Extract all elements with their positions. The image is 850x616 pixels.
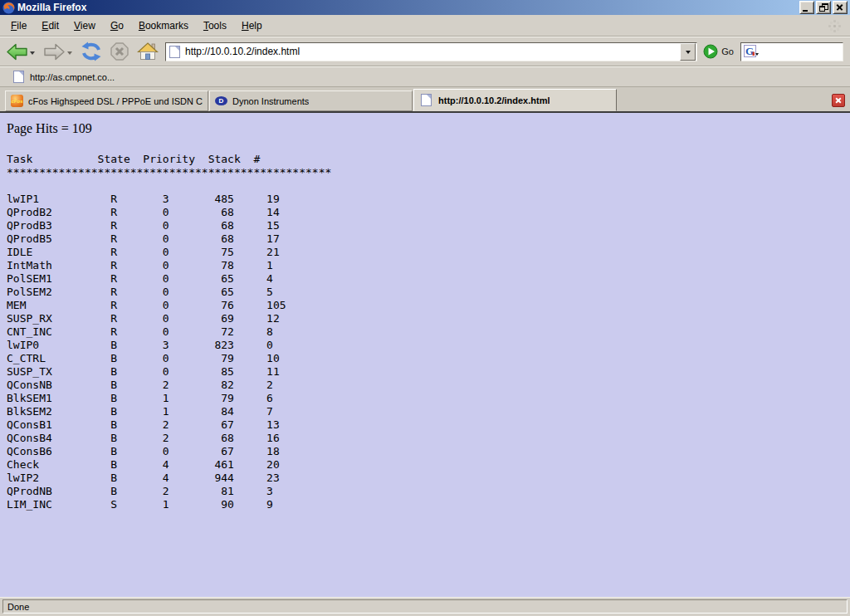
page-icon xyxy=(13,71,24,83)
cfos-favicon-icon: cFos xyxy=(11,95,23,107)
search-engine-dropdown-icon xyxy=(755,53,759,57)
page-favicon-icon xyxy=(421,94,432,106)
bookmark-label: http://as.cmpnet.co... xyxy=(30,72,115,82)
firefox-window: Mozilla Firefox FileEditViewGoBookmarksT… xyxy=(0,0,850,616)
status-text: Done xyxy=(7,602,29,612)
close-button[interactable] xyxy=(833,1,848,14)
throbber-icon xyxy=(827,18,842,33)
address-bar[interactable] xyxy=(165,42,697,61)
menu-help[interactable]: Help xyxy=(234,17,270,34)
address-input[interactable] xyxy=(185,46,678,57)
address-dropdown-button[interactable] xyxy=(680,43,696,61)
go-label: Go xyxy=(721,46,734,56)
google-icon[interactable]: G xyxy=(744,45,758,58)
home-icon xyxy=(137,42,159,61)
page-icon xyxy=(169,46,180,58)
tab[interactable]: DDynon Instruments xyxy=(209,90,413,111)
restore-button[interactable] xyxy=(816,1,831,14)
back-dropdown-button[interactable] xyxy=(30,51,35,57)
window-controls xyxy=(799,1,848,14)
menu-view[interactable]: View xyxy=(66,17,103,34)
reload-button[interactable] xyxy=(80,41,103,62)
close-tab-button[interactable] xyxy=(832,94,845,107)
status-field: Done xyxy=(2,599,848,614)
firefox-logo-icon xyxy=(2,2,15,14)
menu-bar-items: FileEditViewGoBookmarksToolsHelp xyxy=(3,17,270,34)
stop-button[interactable] xyxy=(109,41,130,62)
page-hits-text: Page Hits = 109 xyxy=(7,121,843,136)
tab-bar: cFoscFos Highspeed DSL / PPPoE und ISDN … xyxy=(0,87,850,113)
menu-file[interactable]: File xyxy=(3,17,34,34)
home-button[interactable] xyxy=(136,41,159,62)
search-bar[interactable]: G xyxy=(740,42,843,61)
forward-arrow-icon xyxy=(43,42,66,61)
tab-label: http://10.0.10.2/index.html xyxy=(438,95,550,105)
reload-icon xyxy=(81,42,102,61)
title-bar: Mozilla Firefox xyxy=(0,0,850,15)
tab-label: Dynon Instruments xyxy=(232,96,309,106)
tab[interactable]: http://10.0.10.2/index.html xyxy=(413,89,617,111)
task-table: Task State Priority Stack # ************… xyxy=(7,153,843,511)
page-content: Page Hits = 109 Task State Priority Stac… xyxy=(0,113,850,597)
go-button[interactable]: Go xyxy=(703,44,740,59)
status-bar: Done xyxy=(0,597,850,616)
bookmarks-toolbar: http://as.cmpnet.co... xyxy=(0,66,850,87)
forward-dropdown-button[interactable] xyxy=(67,51,72,57)
minimize-button[interactable] xyxy=(799,1,814,14)
tab-label: cFos Highspeed DSL / PPPoE und ISDN CAP.… xyxy=(28,96,203,106)
stop-icon xyxy=(110,42,129,61)
bookmark-item[interactable]: http://as.cmpnet.co... xyxy=(8,69,120,85)
navigation-toolbar: Go G xyxy=(0,37,850,66)
window-title: Mozilla Firefox xyxy=(17,2,86,13)
tabs-container: cFoscFos Highspeed DSL / PPPoE und ISDN … xyxy=(5,87,618,111)
menu-go[interactable]: Go xyxy=(103,17,131,34)
back-arrow-icon xyxy=(6,42,28,61)
search-input[interactable] xyxy=(760,46,843,57)
go-icon xyxy=(703,44,718,59)
menu-bar: FileEditViewGoBookmarksToolsHelp xyxy=(0,15,850,37)
menu-bookmarks[interactable]: Bookmarks xyxy=(131,17,196,34)
menu-edit[interactable]: Edit xyxy=(34,17,66,34)
forward-button[interactable] xyxy=(42,42,66,62)
dynon-favicon-icon: D xyxy=(215,96,227,105)
chevron-down-icon xyxy=(686,51,691,56)
tab[interactable]: cFoscFos Highspeed DSL / PPPoE und ISDN … xyxy=(5,90,208,111)
back-button[interactable] xyxy=(5,42,29,62)
menu-tools[interactable]: Tools xyxy=(196,17,234,34)
